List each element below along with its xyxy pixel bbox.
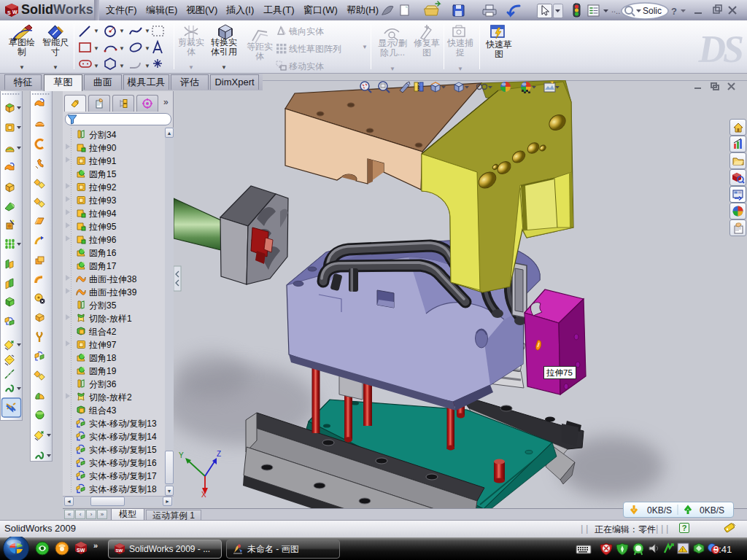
- svg-text:Y: Y: [179, 451, 184, 459]
- svg-text:拉伸75: 拉伸75: [546, 368, 573, 377]
- svg-text:!: !: [682, 548, 684, 553]
- svg-text:∙∙..: ∙∙..: [611, 7, 620, 15]
- svg-text:Z: Z: [217, 450, 221, 458]
- svg-text:X: X: [201, 491, 206, 499]
- svg-text:SW: SW: [116, 548, 123, 553]
- svg-text:SW: SW: [77, 548, 85, 553]
- svg-text:0KB/S: 0KB/S: [647, 505, 672, 516]
- svg-text:»: »: [93, 541, 98, 550]
- svg-text:Solic: Solic: [643, 6, 662, 16]
- svg-text:?: ?: [671, 6, 677, 17]
- svg-text:0KB/S: 0KB/S: [700, 505, 724, 516]
- svg-text:9:41: 9:41: [713, 544, 732, 555]
